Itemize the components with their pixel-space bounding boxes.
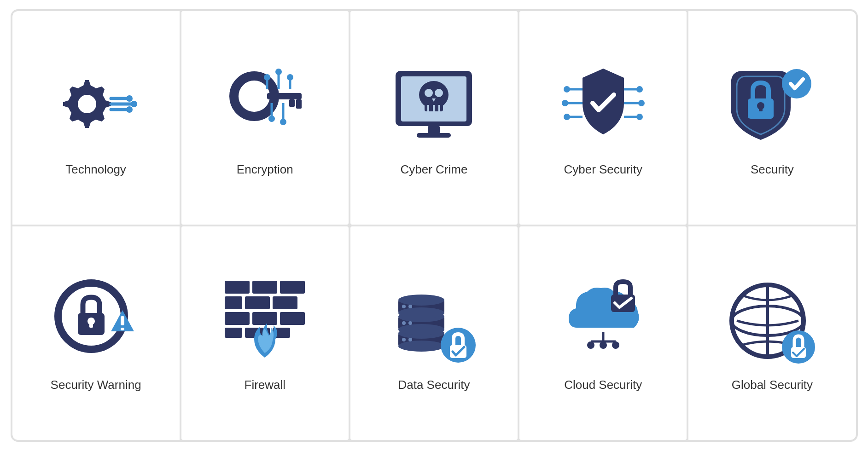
svg-point-72 — [402, 321, 406, 325]
svg-rect-54 — [280, 281, 305, 294]
svg-point-33 — [564, 86, 570, 93]
svg-point-2 — [126, 106, 133, 113]
svg-point-73 — [408, 321, 412, 325]
technology-label: Technology — [65, 162, 126, 177]
cyber-security-label: Cyber Security — [564, 162, 642, 177]
global-security-label: Global Security — [732, 378, 813, 392]
svg-point-66 — [398, 341, 444, 352]
encryption-label: Encryption — [237, 162, 293, 177]
svg-point-67 — [402, 338, 406, 341]
svg-point-41 — [636, 114, 643, 120]
svg-point-77 — [402, 305, 406, 308]
icon-grid: Technology — [11, 9, 858, 442]
data-security-icon — [388, 275, 480, 367]
cyber-crime-label: Cyber Crime — [401, 162, 468, 177]
card-security-warning: Security Warning — [12, 226, 180, 440]
card-encryption: Encryption — [181, 11, 349, 225]
security-warning-icon — [50, 275, 142, 367]
svg-rect-6 — [267, 93, 302, 99]
cloud-security-icon — [557, 275, 649, 367]
svg-rect-28 — [428, 126, 440, 133]
svg-point-18 — [280, 119, 286, 125]
svg-point-71 — [398, 324, 444, 335]
svg-rect-44 — [759, 106, 763, 111]
cyber-security-icon — [557, 59, 649, 151]
svg-rect-51 — [121, 328, 124, 330]
svg-rect-8 — [296, 99, 302, 109]
card-global-security: Global Security — [688, 226, 856, 440]
svg-point-35 — [564, 114, 570, 120]
svg-point-75 — [398, 295, 444, 306]
svg-rect-52 — [225, 281, 250, 294]
svg-rect-7 — [289, 99, 295, 107]
svg-point-23 — [425, 89, 433, 97]
svg-rect-57 — [273, 296, 297, 309]
global-security-icon — [726, 275, 818, 367]
encryption-icon — [219, 59, 311, 151]
svg-rect-61 — [225, 328, 242, 338]
svg-point-39 — [636, 86, 643, 93]
svg-point-76 — [398, 307, 444, 318]
technology-icon — [50, 59, 142, 151]
card-technology: Technology — [12, 11, 180, 225]
svg-rect-50 — [121, 316, 124, 325]
svg-rect-56 — [245, 296, 270, 309]
svg-point-40 — [638, 100, 645, 106]
svg-point-0 — [126, 95, 133, 102]
card-firewall: Firewall — [181, 226, 349, 440]
svg-point-34 — [562, 100, 568, 106]
svg-rect-60 — [280, 312, 305, 325]
svg-point-68 — [408, 338, 412, 341]
svg-point-13 — [275, 69, 282, 75]
card-cloud-security: Cloud Security — [519, 226, 687, 440]
security-label: Security — [751, 162, 794, 177]
svg-rect-49 — [89, 321, 93, 328]
svg-point-12 — [264, 74, 270, 81]
security-warning-label: Security Warning — [51, 378, 141, 392]
svg-point-14 — [287, 74, 293, 81]
card-cyber-crime: Cyber Crime — [350, 11, 518, 225]
svg-point-5 — [244, 86, 264, 106]
svg-point-17 — [268, 116, 275, 122]
svg-point-78 — [408, 305, 412, 308]
svg-rect-53 — [252, 281, 277, 294]
firewall-label: Firewall — [245, 378, 286, 392]
firewall-icon — [219, 275, 311, 367]
svg-point-1 — [131, 101, 137, 107]
data-security-label: Data Security — [398, 378, 470, 392]
svg-point-3 — [80, 97, 94, 111]
svg-rect-29 — [417, 133, 451, 138]
card-cyber-security: Cyber Security — [519, 11, 687, 225]
svg-rect-55 — [225, 296, 242, 309]
card-data-security: Data Security — [350, 226, 518, 440]
svg-point-24 — [435, 89, 443, 97]
cloud-security-label: Cloud Security — [564, 378, 642, 392]
security-icon — [726, 59, 818, 151]
card-security: Security — [688, 11, 856, 225]
svg-rect-58 — [225, 312, 250, 325]
cyber-crime-icon — [388, 59, 480, 151]
svg-rect-59 — [252, 312, 277, 325]
